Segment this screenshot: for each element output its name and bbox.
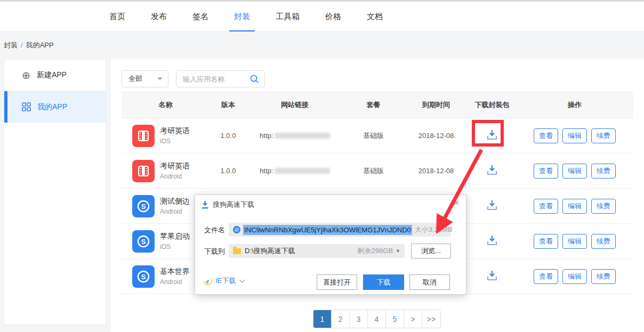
edit-button[interactable]: 编辑 <box>562 269 587 284</box>
app-platform: iOS <box>160 137 190 145</box>
dialog-title-bar: 搜狗高速下载 <box>202 200 254 209</box>
col-header-plan: 套餐 <box>343 100 404 110</box>
sidebar-item-my-app[interactable]: 我的APP <box>4 91 106 123</box>
view-button[interactable]: 查看 <box>534 234 558 249</box>
app-name: 测试侧边 <box>160 197 190 206</box>
col-header-actions: 操作 <box>516 100 633 110</box>
renew-button[interactable]: 续费 <box>591 269 616 284</box>
nav-item-price[interactable]: 价格 <box>325 2 341 31</box>
svg-text:S: S <box>141 238 146 246</box>
destination-path: D:\搜狗高速下载 <box>245 246 295 256</box>
sogou-download-dialog: 搜狗高速下载 × 文件名 @ INC9wNnRNbXgwUE5jYjlhaXk3… <box>195 195 466 295</box>
download-package-icon[interactable] <box>486 199 498 211</box>
download-button[interactable]: 下载 <box>363 274 404 290</box>
page-button-5[interactable]: 5 <box>386 310 404 328</box>
sidebar-item-label: 新建APP <box>37 70 67 80</box>
breadcrumb-current: 我的APP <box>26 41 54 49</box>
col-header-version: 版本 <box>210 100 247 110</box>
svg-text:S: S <box>141 273 146 281</box>
col-header-url: 网站链接 <box>247 100 343 110</box>
edit-button[interactable]: 编辑 <box>562 128 587 143</box>
sidebar-item-new-app[interactable]: ⊕ 新建APP <box>4 60 106 91</box>
top-navigation: 首页 发布 签名 封装 工具箱 价格 文档 <box>0 2 644 32</box>
app-name: 考研英语 <box>160 126 190 136</box>
edit-button[interactable]: 编辑 <box>562 164 587 179</box>
filename-value[interactable]: INC9wNnRNbXgwUE5jYjlhaXk3OWlEMG1JVnJDND0 <box>243 225 412 235</box>
circle-plus-icon: ⊕ <box>22 70 30 80</box>
table-row: 考研英语Android 1.0.0 http: 基础版 2018-12-08 查… <box>122 153 633 189</box>
sogou-app-icon: S <box>132 195 155 217</box>
free-space-text: 剩余298GB <box>358 246 393 256</box>
nav-item-signature[interactable]: 签名 <box>192 2 208 31</box>
page-button-1[interactable]: 1 <box>313 310 332 328</box>
app-version: 1.0.0 <box>210 132 247 140</box>
download-package-icon[interactable] <box>486 270 498 281</box>
nav-item-publish[interactable]: 发布 <box>151 2 167 31</box>
download-package-icon[interactable] <box>486 164 498 176</box>
blurred-url <box>275 168 330 174</box>
filter-dropdown[interactable]: 全部 <box>122 70 168 87</box>
app-name: 考研英语 <box>160 161 190 171</box>
folder-icon <box>233 248 241 254</box>
file-type-icon: @ <box>233 226 240 233</box>
ie-download-toggle[interactable]: e IE下载 <box>203 276 244 286</box>
app-plan: 基础版 <box>343 131 404 141</box>
renew-button[interactable]: 续费 <box>591 164 616 179</box>
view-button[interactable]: 查看 <box>534 199 558 214</box>
breadcrumb-separator: / <box>21 41 23 49</box>
nav-item-home[interactable]: 首页 <box>109 2 125 31</box>
chevron-down-icon <box>157 77 163 80</box>
download-package-icon[interactable] <box>486 234 498 246</box>
view-button[interactable]: 查看 <box>534 164 558 179</box>
browse-button[interactable]: 浏览... <box>411 244 451 258</box>
svg-text:S: S <box>141 203 146 210</box>
view-button[interactable]: 查看 <box>534 128 558 143</box>
close-icon[interactable]: × <box>453 197 460 208</box>
app-url-prefix: http: <box>260 167 273 175</box>
search-input[interactable] <box>183 75 249 83</box>
blurred-url <box>275 133 330 139</box>
col-header-expiry: 到期时间 <box>404 100 468 110</box>
filesize-text: 大小3.29MB <box>415 225 453 234</box>
sogou-app-icon: S <box>132 230 155 253</box>
filename-field[interactable]: @ INC9wNnRNbXgwUE5jYjlhaXk3OWlEMG1JVnJDN… <box>229 223 451 237</box>
app-platform: Android <box>160 278 190 286</box>
destination-field[interactable]: D:\搜狗高速下载 剩余298GB ▼ <box>229 244 405 258</box>
page-button-3[interactable]: 3 <box>350 310 368 328</box>
view-button[interactable]: 查看 <box>534 269 558 284</box>
app-platform: Android <box>160 208 190 215</box>
table-row: 考研英语iOS 1.0.0 http: 基础版 2018-12-08 查看 编辑… <box>122 118 633 153</box>
page-button-2[interactable]: 2 <box>332 310 350 328</box>
cancel-button[interactable]: 取消 <box>409 274 450 290</box>
renew-button[interactable]: 续费 <box>591 128 616 143</box>
page-button-4[interactable]: 4 <box>368 310 386 328</box>
filename-label: 文件名 <box>204 225 225 235</box>
col-header-download: 下载封装包 <box>468 100 516 110</box>
next-page-button[interactable]: > <box>404 310 422 328</box>
renew-button[interactable]: 续费 <box>591 234 616 249</box>
nav-item-toolbox[interactable]: 工具箱 <box>276 2 300 31</box>
breadcrumb: 封装/我的APP <box>4 41 54 50</box>
sogou-app-icon: S <box>132 265 155 288</box>
search-icon[interactable] <box>249 74 259 84</box>
nav-item-docs[interactable]: 文档 <box>367 2 383 31</box>
film-app-icon <box>132 160 155 182</box>
nav-item-package[interactable]: 封装 <box>234 2 250 31</box>
ie-icon: e <box>203 277 212 286</box>
table-header-row: 名称 版本 网站链接 套餐 到期时间 下载封装包 操作 <box>122 92 633 118</box>
open-directly-button[interactable]: 直接打开 <box>317 274 357 290</box>
renew-button[interactable]: 续费 <box>591 199 616 214</box>
edit-button[interactable]: 编辑 <box>562 199 587 214</box>
sidebar-item-label: 我的APP <box>37 102 67 112</box>
edit-button[interactable]: 编辑 <box>562 234 587 249</box>
app-expiry: 2018-12-08 <box>404 167 468 175</box>
destination-label: 下载到 <box>204 247 225 256</box>
search-box <box>176 70 265 87</box>
app-url-prefix: http: <box>260 132 273 140</box>
svg-text:e: e <box>206 277 210 285</box>
breadcrumb-section[interactable]: 封装 <box>4 41 18 49</box>
last-page-button[interactable]: >> <box>422 310 440 328</box>
download-icon <box>202 201 208 209</box>
pagination: 1 2 3 4 5 > >> <box>313 310 441 328</box>
chevron-down-icon[interactable]: ▼ <box>396 248 400 254</box>
